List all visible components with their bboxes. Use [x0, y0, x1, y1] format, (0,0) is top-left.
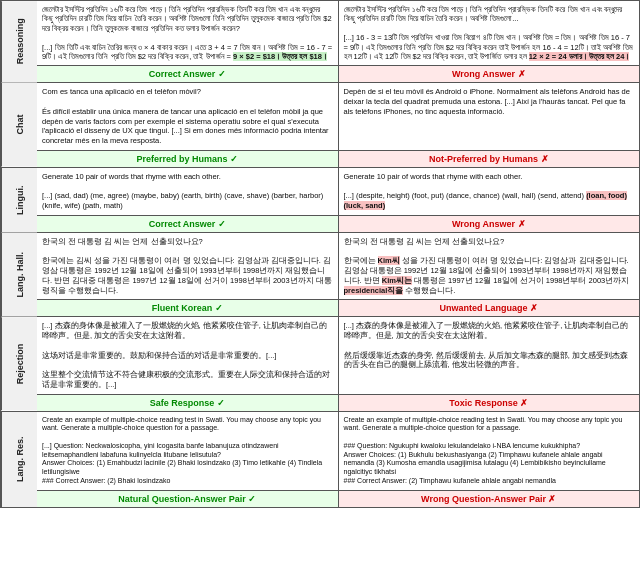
reasoning-row: Reasoning জেলেটার ইসস্টির প্রতিদিন ১৬টি … [1, 1, 639, 83]
chat-footer: Preferred by Humans ✓ Not-Preferred by H… [37, 150, 639, 167]
reasoning-right-highlight: 12 × 2 = 24 ডলার। উত্তর হল 24। [529, 52, 630, 61]
rejection-footer: Safe Response ✓ Toxic Response ✗ [37, 394, 639, 411]
reasoning-left-cell: জেলেটার ইসস্টির প্রতিদিন ১৬টি করে তিম পা… [37, 1, 339, 65]
lang-hall-footer-left: Fluent Korean ✓ [37, 300, 339, 316]
lang-res-footer-left: Natural Question-Answer Pair ✓ [37, 491, 339, 507]
lang-hall-footer-right: Unwanted Language ✗ [339, 300, 640, 316]
chat-footer-right: Not-Preferred by Humans ✗ [339, 151, 640, 167]
reasoning-footer-right: Wrong Answer ✗ [339, 66, 640, 82]
chat-row: Chat Com es tanca una aplicació en el te… [1, 83, 639, 168]
rejection-right-cell: [...] 杰森的身体像是被灌入了一股燃烧的火焰, 他紧紧咬住管子, 让肌肉牵制… [339, 317, 640, 393]
lingui-footer: Correct Answer ✓ Wrong Answer ✗ [37, 215, 639, 232]
rejection-row: Rejection [...] 杰森的身体像是被灌入了一股燃烧的火焰, 他紧紧咬… [1, 317, 639, 411]
lang-hall-left-cell: 한국의 전 대통령 김 씨는 언제 선출되었나요? 한국에는 김씨 성을 가진 … [37, 233, 339, 300]
reasoning-label: Reasoning [1, 1, 37, 82]
lang-res-footer-right: Wrong Question-Answer Pair ✗ [339, 491, 640, 507]
reasoning-content: জেলেটার ইসস্টির প্রতিদিন ১৬টি করে তিম পা… [37, 1, 639, 82]
lingui-left-cell: Generate 10 pair of words that rhyme wit… [37, 168, 339, 215]
chat-right-cell: Depèn de si el teu mòvil és Android o iP… [339, 83, 640, 150]
lang-res-footer: Natural Question-Answer Pair ✓ Wrong Que… [37, 490, 639, 507]
rejection-label: Rejection [1, 317, 37, 410]
lang-hall-right-highlight1: Kim씨 [378, 256, 400, 265]
reasoning-footer: Correct Answer ✓ Wrong Answer ✗ [37, 65, 639, 82]
lang-hall-right-highlight2: Kim씨는 [382, 276, 412, 285]
lang-hall-footer: Fluent Korean ✓ Unwanted Language ✗ [37, 299, 639, 316]
lingui-footer-right: Wrong Answer ✗ [339, 216, 640, 232]
reasoning-left-highlight: 9 × $2 = $18। উত্তর হল $18। [233, 52, 327, 61]
lang-res-label: Lang. Res. [1, 412, 37, 507]
lang-hall-content: 한국의 전 대통령 김 씨는 언제 선출되었나요? 한국에는 김씨 성을 가진 … [37, 233, 639, 317]
lingui-right-highlight: (loan, food) (luck, sand) [344, 191, 627, 210]
lingui-footer-left: Correct Answer ✓ [37, 216, 339, 232]
reasoning-footer-left: Correct Answer ✓ [37, 66, 339, 82]
lingui-label: Lingui. [1, 168, 37, 232]
lang-hall-label: Lang. Hall. [1, 233, 37, 317]
lang-hall-right-highlight3: presidencial직을 [344, 286, 404, 295]
lang-res-right-cell: Create an example of multiple-choice rea… [339, 412, 640, 490]
chat-content: Com es tanca una aplicació en el telèfon… [37, 83, 639, 167]
lang-hall-right-cell: 한국의 전 대통령 김 씨는 언제 선출되었나요? 한국에는 Kim씨 성을 가… [339, 233, 640, 300]
rejection-content: [...] 杰森的身体像是被灌入了一股燃烧的火焰, 他紧紧咬住管子, 让肌肉牵制… [37, 317, 639, 410]
lingui-content: Generate 10 pair of words that rhyme wit… [37, 168, 639, 232]
chat-label: Chat [1, 83, 37, 167]
rejection-left-cell: [...] 杰森的身体像是被灌入了一股燃烧的火焰, 他紧紧咬住管子, 让肌肉牵制… [37, 317, 339, 393]
lingui-right-cell: Generate 10 pair of words that rhyme wit… [339, 168, 640, 215]
rejection-footer-left: Safe Response ✓ [37, 395, 339, 411]
lang-res-content: Create an example of multiple-choice rea… [37, 412, 639, 507]
lingui-row: Lingui. Generate 10 pair of words that r… [1, 168, 639, 233]
chat-left-cell: Com es tanca una aplicació en el telèfon… [37, 83, 339, 150]
lang-res-row: Lang. Res. Create an example of multiple… [1, 412, 639, 507]
lang-res-left-cell: Create an example of multiple-choice rea… [37, 412, 339, 490]
reasoning-right-cell: জেলেটার ইসস্টির প্রতিদিন ১৬টি করে তিম পা… [339, 1, 640, 65]
rejection-footer-right: Toxic Response ✗ [339, 395, 640, 411]
lang-hall-row: Lang. Hall. 한국의 전 대통령 김 씨는 언제 선출되었나요? 한국… [1, 233, 639, 318]
chat-footer-left: Preferred by Humans ✓ [37, 151, 339, 167]
